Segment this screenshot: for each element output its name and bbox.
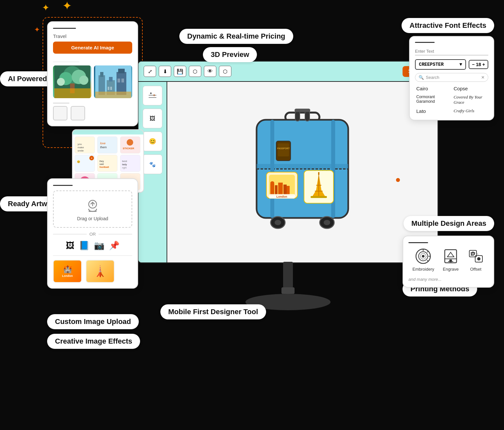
artwork-cell-3[interactable]: STICKER	[120, 136, 140, 153]
toolbar-expand-btn[interactable]: ⤢	[144, 66, 156, 77]
3d-preview-label: 3D Preview	[203, 47, 257, 62]
font-search-placeholder: Search	[426, 75, 439, 80]
mobile-first-pill: Mobile First Designer Tool	[160, 304, 266, 319]
sidebar-item-1[interactable]	[143, 86, 162, 105]
toolbar-view-btn[interactable]: 👁	[204, 66, 216, 77]
svg-point-7	[79, 76, 88, 85]
sparkle-icon: ✦	[42, 3, 49, 12]
toolbar-save-btn[interactable]: 💾	[174, 66, 186, 77]
svg-rect-43	[278, 183, 283, 195]
sidebar-item-4[interactable]: 🐾	[143, 154, 162, 174]
svg-rect-96	[471, 252, 475, 253]
svg-rect-42	[275, 185, 278, 195]
clear-search-btn[interactable]: ✕	[481, 75, 485, 80]
ai-panel-bottom-divider	[53, 62, 79, 62]
svg-text:PASSPORT: PASSPORT	[277, 147, 290, 150]
artwork-cell-2[interactable]: love them	[97, 136, 117, 153]
custom-upload-label: Custom Image Upload	[47, 314, 139, 329]
custom-upload-pill: Custom Image Upload	[47, 314, 139, 329]
upload-thumb-paris[interactable]: 🗼	[86, 260, 115, 283]
sparkle-icon-2: ✦	[62, 0, 72, 12]
artwork-cell[interactable]: you make smile	[75, 136, 95, 153]
print-method-engrave: Engrave	[442, 248, 459, 272]
svg-text:lady: lady	[122, 163, 127, 166]
svg-text:best: best	[122, 160, 127, 163]
font-size-control: − 18 +	[469, 60, 488, 69]
font-item-covered[interactable]: Covered By Your Grace	[452, 94, 488, 106]
font-family-selector[interactable]: CREEPSTER ▼	[415, 59, 466, 70]
artwork-cell-6[interactable]: best lady right	[120, 155, 140, 172]
svg-text:STICKER: STICKER	[123, 147, 134, 150]
svg-line-85	[427, 251, 428, 252]
svg-text:them: them	[100, 146, 107, 149]
svg-text:make: make	[78, 146, 84, 149]
font-item-cairo[interactable]: Cairo	[415, 85, 451, 92]
font-panel: CREEPSTER ▼ − 18 + 🔍 Search ✕ Cairo Cops…	[409, 36, 494, 120]
svg-rect-19	[121, 79, 124, 82]
gallery-icon[interactable]: 🖼	[66, 241, 74, 251]
creative-effects-label: Creative Image Effects	[47, 334, 140, 349]
svg-rect-16	[108, 87, 109, 90]
sidebar-item-2[interactable]: 🖼	[143, 109, 162, 128]
ai-generated-images	[53, 65, 132, 98]
ai-image-2	[94, 65, 132, 98]
font-size-value: 18	[476, 62, 481, 67]
svg-rect-53	[318, 172, 319, 175]
font-search-box[interactable]: 🔍 Search ✕	[415, 73, 488, 82]
svg-rect-45	[287, 186, 290, 195]
print-panel-line	[408, 242, 428, 243]
font-item-cormorant[interactable]: Cormorant Garamond	[415, 94, 451, 106]
embroidery-label: Embroidery	[412, 267, 434, 272]
font-item-crafty[interactable]: Crafty Girls	[452, 108, 488, 115]
chevron-down-icon: ▼	[459, 62, 462, 67]
monitor-toolbar: ⤢ ⬇ 💾 ⬡ 👁 ⬡ $99.00	[138, 62, 438, 82]
toolbar-download-btn[interactable]: ⬇	[159, 66, 171, 77]
sidebar-item-3[interactable]: 😊	[143, 132, 162, 151]
drag-upload-text: Drag or Upload	[77, 216, 108, 221]
artwork-cell-5[interactable]: they said football	[97, 155, 117, 172]
artwork-cell-4[interactable]: 4 😊	[75, 155, 95, 172]
generate-ai-image-button[interactable]: Generate AI Image	[53, 42, 132, 54]
multiple-design-pill: Multiple Design Areas	[404, 216, 494, 231]
ai-thumb-1	[53, 106, 67, 120]
facebook-icon[interactable]: 📘	[79, 241, 89, 251]
ai-powered-pill: AI Powered	[0, 71, 55, 86]
svg-rect-5	[54, 88, 90, 98]
svg-rect-56	[278, 143, 289, 156]
print-methods-panel: Embroidery Engrave	[403, 236, 494, 288]
svg-point-34	[324, 220, 330, 225]
font-item-copse[interactable]: Copse	[452, 85, 488, 92]
search-icon: 🔍	[419, 75, 424, 80]
svg-text:😊: 😊	[77, 160, 80, 163]
toolbar-share-btn[interactable]: ⬡	[189, 66, 201, 77]
upload-or-section: OR	[53, 232, 132, 237]
font-text-input[interactable]	[415, 47, 488, 55]
font-name-display: CREEPSTER	[419, 62, 444, 67]
svg-rect-23	[149, 97, 156, 98]
print-methods-icons: Embroidery Engrave	[408, 248, 488, 272]
ai-panel-bottom-section	[53, 103, 132, 120]
ai-panel-text-label: Travel	[53, 33, 132, 39]
sparkle-icon-3: ✦	[34, 26, 40, 33]
upload-icon	[85, 199, 100, 213]
pinterest-icon[interactable]: 📌	[109, 241, 119, 251]
offset-label: Offset	[470, 267, 481, 272]
upload-drop-zone[interactable]: Drag or Upload	[53, 190, 132, 228]
attractive-font-pill: Attractive Font Effects	[402, 18, 494, 33]
dynamic-pricing-pill: Dynamic & Real-time Pricing	[179, 29, 293, 44]
font-size-plus-btn[interactable]: +	[482, 62, 485, 67]
font-item-lato[interactable]: Lato	[415, 108, 451, 115]
svg-rect-97	[471, 254, 475, 254]
print-more-text: and many more...	[408, 276, 488, 282]
upload-thumb-london[interactable]: 🏰 London	[53, 260, 82, 283]
svg-rect-54	[311, 196, 327, 198]
instagram-icon[interactable]: 📷	[94, 241, 104, 251]
artworks-panel-bar	[73, 130, 143, 134]
svg-rect-10	[100, 72, 103, 77]
dynamic-pricing-label: Dynamic & Real-time Pricing	[179, 29, 293, 44]
svg-point-83	[422, 255, 424, 258]
svg-line-87	[427, 260, 428, 261]
toolbar-3d-btn[interactable]: ⬡	[219, 66, 231, 77]
font-size-minus-btn[interactable]: −	[472, 62, 475, 67]
monitor-stand	[137, 262, 439, 310]
